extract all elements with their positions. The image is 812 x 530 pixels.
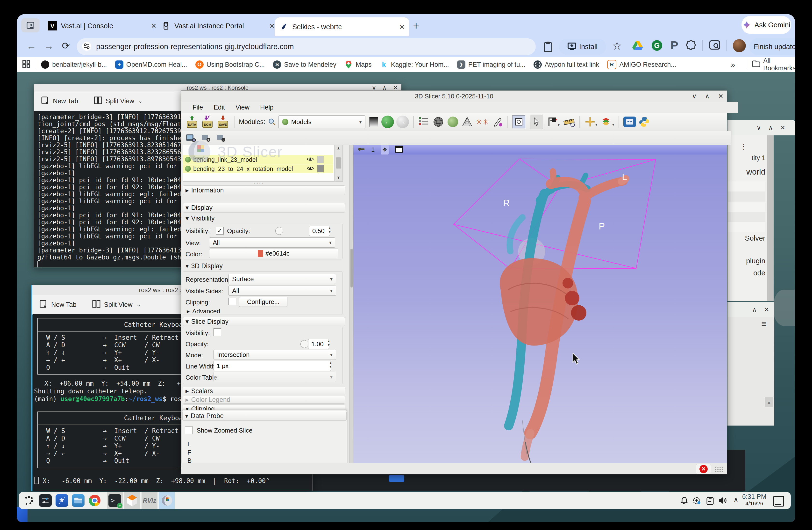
clipboard-tray-icon[interactable]: [706, 497, 714, 506]
threed-view[interactable]: 1 ⌖: [353, 145, 727, 463]
spin-arrows[interactable]: ▲▼: [327, 339, 330, 347]
bookmark-item[interactable]: SSave to Mendeley: [273, 60, 336, 69]
new-tab-button[interactable]: New Tab: [51, 301, 76, 308]
gazebo-task-icon[interactable]: [124, 492, 140, 509]
color-button[interactable]: #e0614c: [209, 249, 338, 258]
module-forward-icon[interactable]: →: [396, 115, 409, 128]
finish-update-button[interactable]: Finish update ⋮: [749, 38, 795, 55]
extensions-icon[interactable]: [686, 40, 697, 52]
threed-viewport[interactable]: R L P: [353, 154, 727, 463]
tab-close-icon[interactable]: ✕: [394, 23, 405, 31]
error-log-button[interactable]: ✕: [696, 464, 711, 474]
volume-rendering-icon[interactable]: [462, 116, 473, 127]
bookmark-item[interactable]: benbalter/jekyll-b...: [41, 60, 107, 69]
model-color-swatch[interactable]: [317, 165, 324, 172]
section-scalars[interactable]: ▸ Scalars: [183, 387, 345, 395]
chrome-icon[interactable]: [88, 494, 101, 507]
updates-icon[interactable]: [692, 497, 701, 506]
module-history-icon[interactable]: [369, 117, 378, 127]
clipping-checkbox[interactable]: [229, 298, 236, 305]
tray-expand-icon[interactable]: ∧: [733, 496, 739, 504]
ruler-icon[interactable]: [563, 116, 575, 127]
close-icon[interactable]: ✕: [764, 306, 769, 313]
visibility-eye-icon[interactable]: [307, 157, 314, 163]
screenshot-icon[interactable]: [512, 115, 525, 128]
slice-views-icon[interactable]: ▾: [600, 116, 614, 127]
new-tab-button[interactable]: +: [413, 20, 419, 32]
view-combo[interactable]: All▾: [209, 237, 335, 248]
url-bar[interactable]: passenger-profession-representations-gig…: [77, 38, 536, 55]
advanced-toggle[interactable]: ▸Advanced: [184, 308, 259, 315]
app-launcher-icon[interactable]: [23, 494, 35, 507]
resize-grip[interactable]: [715, 466, 723, 472]
slice-visibility-checkbox[interactable]: [214, 329, 221, 336]
file-manager-icon[interactable]: [72, 494, 85, 507]
close-icon[interactable]: ✕: [718, 92, 723, 100]
representation-combo[interactable]: Surface▾: [229, 274, 336, 284]
install-button[interactable]: Install: [559, 39, 606, 55]
new-tab-button[interactable]: New Tab: [53, 97, 78, 105]
section-information[interactable]: ▸ Information: [183, 185, 345, 195]
tree-item[interactable]: _world: [742, 167, 765, 177]
bookmarks-overflow-icon[interactable]: »: [731, 60, 735, 69]
model-list-row[interactable]: bending_23_to_24_x_rotation_model: [183, 164, 333, 173]
rviz-task-icon[interactable]: RViz: [142, 492, 158, 509]
visibility-checkbox[interactable]: ✓: [216, 227, 224, 235]
close-icon[interactable]: ✕: [393, 84, 398, 91]
opacity-spinbox[interactable]: 0.50: [309, 226, 330, 236]
module-selector[interactable]: Models ▾: [278, 115, 365, 128]
minimize-icon[interactable]: ∨: [692, 92, 697, 100]
search-tabs-icon[interactable]: [709, 40, 720, 52]
back-icon[interactable]: ←: [27, 41, 36, 52]
section-3d-display[interactable]: ▾ 3D Display: [183, 261, 345, 270]
scrollbar-thumb[interactable]: [336, 157, 341, 168]
show-desktop-button[interactable]: [773, 496, 784, 506]
scrollbar-up-button[interactable]: ▲: [765, 397, 773, 407]
model-color-swatch[interactable]: [317, 156, 324, 163]
split-view-arrow-icon[interactable]: ⌄: [138, 98, 143, 104]
split-view-button[interactable]: Split View: [104, 301, 133, 308]
volume-icon[interactable]: [718, 497, 727, 505]
bookmark-star-icon[interactable]: ☆: [612, 39, 622, 52]
module-back-icon[interactable]: ←: [381, 115, 394, 128]
model-list-scrollbar[interactable]: ▲ ▼: [334, 145, 343, 181]
terminal-task-icon[interactable]: >_+: [107, 492, 123, 509]
split-view-button[interactable]: Split View: [106, 97, 134, 105]
bookmark-item[interactable]: Maps: [344, 60, 372, 69]
slice-opacity-spinbox[interactable]: 1.00: [308, 339, 329, 349]
tab-search-button[interactable]: [21, 18, 40, 32]
panel-splitter-handle[interactable]: ······: [254, 181, 263, 185]
python-console-icon[interactable]: [638, 116, 650, 128]
all-bookmarks-button[interactable]: All Bookmarks: [752, 57, 795, 72]
settings-icon[interactable]: [39, 494, 52, 507]
mouse-mode-button[interactable]: [530, 115, 543, 129]
load-data-icon[interactable]: DATA: [185, 115, 199, 129]
scene-view-restore-icon[interactable]: [201, 133, 211, 143]
menu-edit[interactable]: Edit: [214, 104, 225, 111]
models-icon[interactable]: [448, 116, 458, 127]
module-list-icon[interactable]: [418, 116, 429, 127]
profile-avatar[interactable]: [733, 39, 746, 52]
reload-icon[interactable]: ⟳: [62, 40, 70, 51]
capture-icon[interactable]: [623, 116, 636, 127]
gazebo-menu-icon[interactable]: ⋮: [740, 142, 747, 151]
wireframe-sphere-icon[interactable]: [433, 116, 444, 128]
minimize-icon[interactable]: ∨: [756, 124, 761, 131]
tab-vast-portal[interactable]: Vast.ai Instance Portal ✕: [157, 17, 279, 34]
split-view-arrow-icon[interactable]: ⌄: [136, 302, 141, 308]
bookmark-item[interactable]: Atypon full text link: [534, 60, 599, 69]
apps-grid-icon[interactable]: [22, 60, 30, 69]
tree-item[interactable]: Solver: [745, 234, 765, 242]
drive-icon[interactable]: [632, 41, 643, 51]
line-width-spinbox[interactable]: 1 px: [214, 361, 331, 371]
visibility-eye-icon[interactable]: [307, 166, 314, 172]
color-table-combo[interactable]: ▾: [214, 372, 336, 382]
tab-selkies-active[interactable]: Selkies - webrtc ✕: [275, 17, 409, 36]
segment-editor-icon[interactable]: [492, 116, 503, 127]
hamburger-icon[interactable]: ≡: [761, 319, 767, 329]
menu-view[interactable]: View: [235, 104, 249, 111]
bookmark-item[interactable]: kKaggle: Your Hom...: [380, 60, 449, 69]
slicer-titlebar[interactable]: 3D Slicer 5.10.0-2025-11-10 ∨ ∧ ✕: [182, 91, 727, 102]
section-display[interactable]: ▾ Display: [183, 203, 345, 212]
tree-item[interactable]: tity 1: [752, 154, 765, 162]
